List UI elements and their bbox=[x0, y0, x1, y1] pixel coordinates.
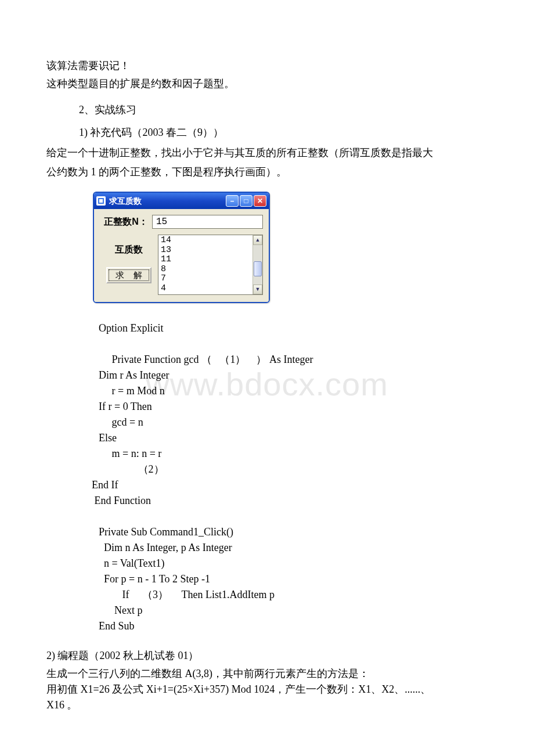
code-line: For p = n - 1 To 2 Step -1 bbox=[99, 571, 488, 587]
scroll-down-icon[interactable]: ▼ bbox=[253, 285, 262, 294]
code-line: End Sub bbox=[99, 618, 488, 634]
code-block: Option Explicit Private Function gcd （ （… bbox=[99, 321, 488, 634]
client-area: 正整数N： 15 互质数 求 解 14 13 11 8 7 bbox=[94, 209, 269, 302]
scroll-track[interactable] bbox=[253, 245, 262, 285]
code-line: （2） bbox=[99, 462, 488, 477]
label-n: 正整数N： bbox=[100, 215, 152, 229]
result-listbox[interactable]: 14 13 11 8 7 4 bbox=[158, 235, 252, 294]
q1-heading: 1) 补充代码（2003 春二（9）） bbox=[79, 125, 488, 141]
q2-line-3: X16 。 bbox=[46, 697, 488, 713]
intro-line-2: 这种类型题目的扩展是约数和因子题型。 bbox=[46, 76, 488, 92]
titlebar: 求互质数 – □ ✕ bbox=[94, 193, 269, 209]
code-line bbox=[99, 509, 488, 524]
result-row: 互质数 求 解 14 13 11 8 7 4 ▲ bbox=[100, 235, 263, 295]
code-line: Next p bbox=[99, 603, 488, 618]
q1-desc-1: 给定一个十进制正整数，找出小于它并与其互质的所有正整数（所谓互质数是指最大 bbox=[46, 145, 488, 161]
code-line: End Function bbox=[92, 493, 488, 509]
list-item[interactable]: 7 bbox=[161, 274, 250, 284]
maximize-button[interactable]: □ bbox=[240, 195, 252, 207]
code-line: Private Sub Command1_Click() bbox=[99, 524, 488, 540]
code-line: n = Val(Text1) bbox=[99, 556, 488, 571]
code-line bbox=[99, 336, 488, 352]
code-line: If （3） Then List1.AddItem p bbox=[99, 587, 488, 603]
list-item[interactable]: 11 bbox=[161, 255, 250, 265]
label-coprime: 互质数 bbox=[115, 243, 143, 257]
scrollbar[interactable]: ▲ ▼ bbox=[252, 235, 262, 294]
listbox-wrap: 14 13 11 8 7 4 ▲ ▼ bbox=[158, 235, 263, 295]
scroll-thumb[interactable] bbox=[254, 261, 262, 276]
n-input[interactable]: 15 bbox=[152, 215, 263, 229]
code-line: gcd = n bbox=[99, 415, 488, 430]
close-button[interactable]: ✕ bbox=[254, 195, 266, 207]
q1-desc-2: 公约数为 1 的两个正整数，下图是程序执行画面）。 bbox=[46, 164, 488, 180]
code-line: m = n: n = r bbox=[99, 446, 488, 462]
code-line: End If bbox=[92, 477, 488, 493]
input-row: 正整数N： 15 bbox=[100, 215, 263, 229]
window-title: 求互质数 bbox=[109, 195, 226, 207]
code-line: Else bbox=[99, 430, 488, 446]
intro-line-1: 该算法需要识记！ bbox=[46, 58, 488, 74]
list-item[interactable]: 14 bbox=[161, 236, 250, 246]
list-item[interactable]: 13 bbox=[161, 246, 250, 255]
code-line: Option Explicit bbox=[99, 321, 488, 336]
code-line: Private Function gcd （ （1） ） As Integer bbox=[99, 352, 488, 368]
solve-button[interactable]: 求 解 bbox=[106, 267, 151, 283]
vb-window-wrap: 求互质数 – □ ✕ 正整数N： 15 互质数 求 解 bbox=[93, 192, 488, 303]
code-line: Dim n As Integer, p As Integer bbox=[99, 540, 488, 556]
scroll-up-icon[interactable]: ▲ bbox=[253, 235, 262, 245]
minimize-button[interactable]: – bbox=[226, 195, 239, 207]
code-line: r = m Mod n bbox=[99, 383, 488, 399]
left-column: 互质数 求 解 bbox=[100, 235, 158, 283]
q2-line-2: 用初值 X1=26 及公式 Xi+1=(25×Xi+357) Mod 1024，… bbox=[46, 682, 488, 697]
code-line: If r = 0 Then bbox=[99, 399, 488, 415]
list-item[interactable]: 8 bbox=[161, 265, 250, 275]
q2-line-1: 生成一个三行八列的二维数组 A(3,8)，其中前两行元素产生的方法是： bbox=[46, 666, 488, 682]
vb-window: 求互质数 – □ ✕ 正整数N： 15 互质数 求 解 bbox=[93, 192, 270, 303]
q2-block: 2) 编程题（2002 秋上机试卷 01） 生成一个三行八列的二维数组 A(3,… bbox=[46, 648, 488, 713]
code-line: Dim r As Integer bbox=[99, 368, 488, 383]
list-item[interactable]: 4 bbox=[161, 284, 250, 294]
section-2-heading: 2、实战练习 bbox=[79, 102, 488, 118]
q2-heading: 2) 编程题（2002 秋上机试卷 01） bbox=[46, 648, 488, 664]
window-buttons: – □ ✕ bbox=[226, 195, 266, 207]
svg-rect-1 bbox=[99, 199, 103, 203]
app-icon bbox=[96, 196, 106, 206]
